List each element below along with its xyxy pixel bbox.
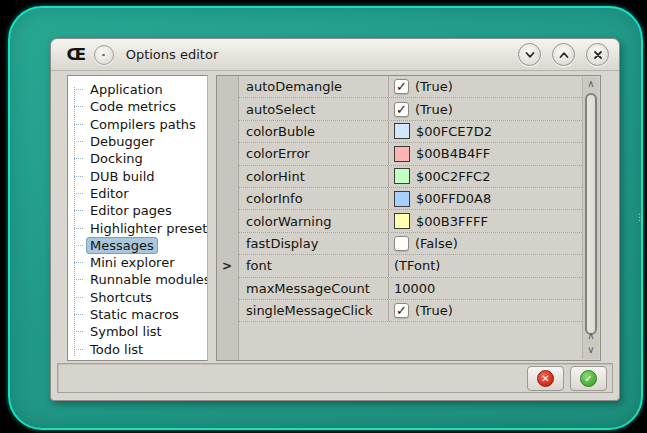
scroll-up-button[interactable]: ∧ [583,77,599,91]
property-value-text: (True) [415,303,453,318]
color-swatch[interactable] [394,123,410,139]
sidebar-item-dub-build[interactable]: DUB build [72,167,205,184]
cancel-icon: ✕ [537,370,554,387]
vertical-scrollbar[interactable]: ∧ ∧ ∨ [582,77,599,359]
property-value[interactable]: $00B3FFFF [388,210,582,231]
window-menu-button[interactable] [94,45,114,65]
app-logo-icon: Œ [67,45,87,64]
close-button[interactable] [586,43,609,66]
property-value-text: $00FCE7D2 [416,124,492,139]
sidebar-item-application[interactable]: Application [72,81,205,98]
property-value-text: 10000 [394,281,435,296]
property-value-text: $00B4B4FF [416,146,490,161]
checkbox[interactable] [394,236,409,251]
sidebar-item-debugger[interactable]: Debugger [72,133,205,150]
property-row-colorBuble[interactable]: colorBuble$00FCE7D2 [239,121,582,143]
cancel-button[interactable]: ✕ [527,366,564,391]
maximize-button[interactable] [552,43,575,66]
sidebar-item-shortcuts[interactable]: Shortcuts [72,289,205,306]
tree-connector [74,314,83,315]
checkbox[interactable]: ✓ [394,102,409,117]
property-value[interactable]: $00C2FFC2 [388,166,582,187]
color-swatch[interactable] [394,213,410,229]
minimize-button[interactable] [518,43,541,66]
checkbox[interactable]: ✓ [394,303,409,318]
tree-connector [74,106,83,107]
color-swatch[interactable] [394,168,410,184]
sidebar-item-messages[interactable]: Messages [72,237,205,254]
property-value[interactable]: (False) [388,233,582,254]
scroll-up-button-2[interactable]: ∧ [583,329,599,343]
options-editor-window: Œ Options editor ApplicationCode m [50,38,620,401]
property-row-autoSelect[interactable]: autoSelect✓(True) [239,98,582,120]
sidebar-item-code-metrics[interactable]: Code metrics [72,98,205,115]
property-value[interactable]: $00FCE7D2 [388,121,582,142]
color-swatch[interactable] [394,146,410,162]
sidebar-item-todo-list[interactable]: Todo list [72,340,205,357]
property-value[interactable]: ✓(True) [388,300,582,321]
property-value[interactable]: (TFont) [388,255,582,276]
sidebar-item-static-macros[interactable]: Static macros [72,306,205,323]
sidebar-item-label: Shortcuts [86,289,156,306]
menu-dot-icon [102,54,105,56]
frame-resize-grip[interactable]: ⋮⋮ [635,213,643,239]
tree-connector [74,228,83,229]
tree-connector [74,331,83,332]
property-row-colorWarning[interactable]: colorWarning$00B3FFFF [239,210,582,232]
tree-connector [74,89,83,90]
sidebar-item-label: Highlighter presets [86,220,208,237]
property-value[interactable]: $00B4B4FF [388,143,582,164]
tree-connector [74,297,83,298]
property-name: maxMessageCount [239,281,388,296]
color-swatch[interactable] [394,191,410,207]
sidebar-item-label: Mini explorer [86,254,179,271]
tree-connector [74,279,83,280]
sidebar-item-label: Static macros [86,306,183,323]
sidebar-item-label: DUB build [86,168,159,185]
chevron-down-icon [524,49,536,61]
property-value[interactable]: $00FFD0A8 [388,188,582,209]
property-row-colorHint[interactable]: colorHint$00C2FFC2 [239,166,582,188]
sidebar-item-label: Application [86,81,167,98]
property-value[interactable]: ✓(True) [388,98,582,119]
tree-connector [74,158,83,159]
sidebar-item-symbol-list[interactable]: Symbol list [72,323,205,340]
close-icon [592,49,604,61]
tree-connector [74,262,83,263]
sidebar-item-label: Editor [86,185,132,202]
property-row-autoDemangle[interactable]: autoDemangle✓(True) [239,76,582,98]
titlebar[interactable]: Œ Options editor [51,39,619,71]
property-row-fastDisplay[interactable]: fastDisplay(False) [239,233,582,255]
window-title: Options editor [126,47,219,62]
property-value[interactable]: ✓(True) [388,76,582,97]
tree-connector [74,176,83,177]
property-value-text: $00B3FFFF [416,214,488,229]
property-name: fastDisplay [239,236,388,251]
property-name: font [239,258,388,273]
tree-connector [74,141,83,142]
property-name: colorBuble [239,124,388,139]
sidebar-item-highlighter-presets[interactable]: Highlighter presets [72,219,205,236]
scrollbar-thumb[interactable] [585,93,597,335]
property-value-text: (TFont) [394,258,440,273]
sidebar-item-runnable-modules[interactable]: Runnable modules [72,271,205,288]
property-row-colorInfo[interactable]: colorInfo$00FFD0A8 [239,188,582,210]
property-value[interactable]: 10000 [388,278,582,299]
sidebar-item-editor-pages[interactable]: Editor pages [72,202,205,219]
sidebar-item-editor[interactable]: Editor [72,185,205,202]
property-value-text: (True) [415,102,453,117]
sidebar-item-docking[interactable]: Docking [72,150,205,167]
footer-bar: ✕ ✓ [57,363,613,393]
row-marker: > [222,259,232,273]
scroll-down-button[interactable]: ∨ [583,343,599,357]
checkbox[interactable]: ✓ [394,79,409,94]
property-row-maxMessageCount[interactable]: maxMessageCount10000 [239,278,582,300]
property-row-font[interactable]: font(TFont) [239,255,582,277]
ok-button[interactable]: ✓ [570,366,607,391]
sidebar-item-compilers-paths[interactable]: Compilers paths [72,116,205,133]
sidebar-item-mini-explorer[interactable]: Mini explorer [72,254,205,271]
property-row-colorError[interactable]: colorError$00B4B4FF [239,143,582,165]
chevron-up-icon [558,49,570,61]
property-grid: > autoDemangle✓(True)autoSelect✓(True)co… [216,75,601,361]
property-row-singleMessageClick[interactable]: singleMessageClick✓(True) [239,300,582,322]
